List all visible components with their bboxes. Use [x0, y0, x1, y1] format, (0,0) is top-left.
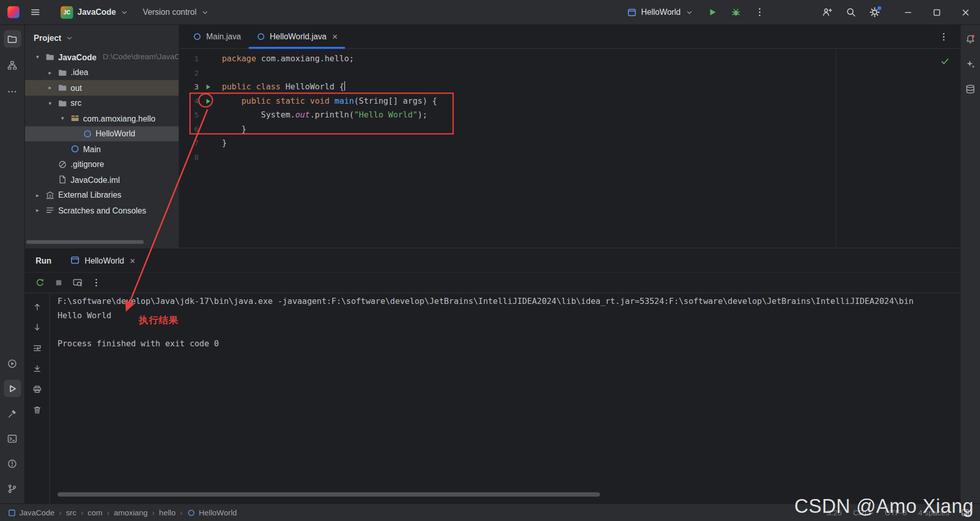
code-text[interactable]: public static void main(String[] args) {: [217, 94, 437, 108]
run-tab-helloworld[interactable]: HelloWorld ×: [70, 255, 135, 266]
project-panel-scrollbar[interactable]: [26, 240, 143, 244]
code-line-4: 4 public static void main(String[] args)…: [180, 94, 960, 108]
more-actions-button[interactable]: [749, 2, 770, 23]
arrow-up-button[interactable]: [30, 300, 44, 314]
search-everywhere-button[interactable]: [840, 2, 862, 23]
status-item-utf-8[interactable]: UTF-8: [885, 508, 906, 517]
inspect-button[interactable]: [70, 275, 85, 290]
database-button[interactable]: [962, 80, 979, 98]
breadcrumb-helloworld[interactable]: HelloWorld: [187, 508, 237, 517]
run-config-selector[interactable]: HelloWorld: [620, 2, 700, 23]
title-bar-right: HelloWorld: [620, 0, 980, 25]
close-button[interactable]: [951, 0, 980, 25]
run-gutter-icon[interactable]: [199, 94, 217, 108]
editor-layout-icon[interactable]: [961, 508, 970, 517]
ide-window: JC JavaCode Version control HelloWorld: [0, 0, 980, 521]
status-items: 3:26CRLFUTF-84 spaces: [826, 508, 949, 517]
console-output[interactable]: F:\software\develop\Java\jdk-17\bin\java…: [50, 293, 960, 503]
chevron-right-icon[interactable]: ▸: [33, 192, 43, 198]
close-tab-icon[interactable]: ×: [332, 31, 338, 42]
settings-button[interactable]: [864, 2, 885, 23]
maximize-icon: [932, 7, 942, 17]
editor-tab-helloworld-java[interactable]: HelloWorld.java×: [249, 25, 345, 48]
breadcrumb-hello[interactable]: hello: [159, 508, 176, 517]
chevron-right-icon[interactable]: ▸: [45, 85, 55, 91]
project-selector[interactable]: JC JavaCode: [61, 6, 129, 18]
breadcrumb-com[interactable]: com: [88, 508, 103, 517]
tree-item-com-amoxiang-hello[interactable]: ▾com.amoxiang.hello: [25, 111, 179, 126]
project-folder-button[interactable]: [4, 30, 21, 48]
tree-item-gitignore[interactable]: .gitignore: [25, 157, 179, 172]
tree-item-javacode-iml[interactable]: JavaCode.iml: [25, 172, 179, 187]
tree-item-src[interactable]: ▾src: [25, 96, 179, 111]
tab-label: HelloWorld.java: [270, 32, 327, 41]
debug-button[interactable]: [725, 2, 746, 23]
run-button[interactable]: [701, 2, 723, 23]
code-text[interactable]: System.out.println("Hello World");: [217, 108, 427, 123]
code-text[interactable]: }: [217, 136, 227, 151]
tree-item-helloworld[interactable]: HelloWorld: [25, 126, 179, 141]
tree-item-label: out: [70, 83, 82, 92]
status-item-4-spaces[interactable]: 4 spaces: [918, 508, 949, 517]
services-button[interactable]: [4, 354, 21, 372]
vcs-widget[interactable]: Version control: [143, 8, 210, 17]
breadcrumb-label: amoxiang: [114, 508, 148, 517]
add-user-icon: [822, 7, 832, 17]
tree-item-main[interactable]: Main: [25, 141, 179, 157]
run-tool-button[interactable]: [4, 380, 21, 397]
scroll-to-end-button[interactable]: [30, 362, 44, 375]
code-text[interactable]: }: [217, 122, 246, 136]
main-menu-button[interactable]: [24, 2, 46, 23]
play-icon: [706, 7, 717, 17]
chevron-right-icon[interactable]: ▸: [45, 69, 55, 76]
breadcrumb-src[interactable]: src: [66, 508, 76, 517]
chevron-down-icon: [201, 8, 210, 16]
close-run-tab-icon[interactable]: ×: [130, 255, 135, 266]
stripe-bottom-group: [4, 354, 21, 497]
status-item-crlf[interactable]: CRLF: [853, 508, 873, 517]
code-editor[interactable]: 1package com.amoxiang.hello;23public cla…: [180, 49, 960, 247]
breadcrumb-javacode[interactable]: JavaCode: [8, 508, 55, 517]
code-text[interactable]: [217, 66, 222, 80]
clear-button[interactable]: [30, 403, 44, 417]
notifications-button[interactable]: [962, 30, 979, 48]
ai-assistant-button[interactable]: [962, 55, 979, 73]
more-horizontal-button[interactable]: [4, 83, 21, 100]
arrow-down-button[interactable]: [30, 320, 44, 334]
structure-button[interactable]: [4, 56, 21, 74]
status-item-3-26[interactable]: 3:26: [826, 508, 842, 517]
tab-options-button[interactable]: [939, 25, 949, 48]
right-margin-guide: [836, 49, 836, 247]
stop-button[interactable]: [51, 275, 66, 290]
code-text[interactable]: package com.amoxiang.hello;: [217, 52, 354, 66]
code-text[interactable]: [217, 150, 222, 164]
problems-button[interactable]: [4, 455, 21, 472]
chevron-down-icon[interactable]: ▾: [45, 100, 55, 106]
tree-item-external-libraries[interactable]: ▸External Libraries: [25, 187, 179, 203]
soft-wrap-button[interactable]: [30, 341, 44, 354]
run-tool-window-header: Run HelloWorld ×: [25, 248, 960, 272]
tree-item-javacode[interactable]: ▾JavaCodeD:\Code\dream\JavaC: [25, 50, 179, 65]
rerun-button[interactable]: [33, 275, 47, 290]
chevron-down-icon[interactable]: ▾: [33, 54, 43, 60]
code-text[interactable]: public class HelloWorld {: [217, 80, 345, 94]
tree-item-idea[interactable]: ▸.idea: [25, 65, 179, 80]
code-with-me-button[interactable]: [816, 2, 838, 23]
chevron-down-icon[interactable]: ▾: [58, 115, 68, 122]
tree-item-out[interactable]: ▸out: [25, 80, 179, 96]
chevron-right-icon[interactable]: ▸: [33, 207, 43, 214]
build-button[interactable]: [4, 405, 21, 422]
print-button[interactable]: [30, 382, 44, 396]
breadcrumb-amoxiang[interactable]: amoxiang: [114, 508, 148, 517]
terminal-button[interactable]: [4, 430, 21, 447]
maximize-button[interactable]: [922, 0, 951, 25]
console-scrollbar[interactable]: [58, 492, 600, 497]
run-gutter-icon[interactable]: [199, 80, 217, 94]
more-vertical-button[interactable]: [89, 275, 104, 290]
minimize-button[interactable]: [894, 0, 922, 25]
project-panel-header[interactable]: Project: [25, 25, 179, 48]
tree-item-scratches-and-consoles[interactable]: ▸Scratches and Consoles: [25, 203, 179, 218]
git-branch-button[interactable]: [4, 480, 21, 497]
editor-tab-main-java[interactable]: Main.java: [185, 25, 248, 48]
inspections-ok-icon[interactable]: [940, 56, 950, 66]
